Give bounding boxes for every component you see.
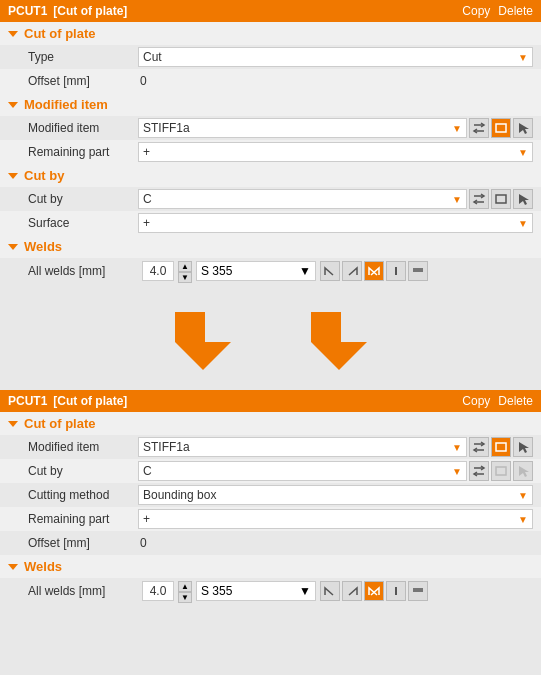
field2-offset-value: 0 bbox=[138, 536, 533, 550]
weld-type-icon1d[interactable] bbox=[386, 261, 406, 281]
remaining-part-select2-arrow: ▼ bbox=[518, 514, 528, 525]
field2-cutting-method-label: Cutting method bbox=[28, 488, 138, 502]
section-welds1-title-row[interactable]: Welds bbox=[0, 235, 541, 258]
field-surface-label: Surface bbox=[28, 216, 138, 230]
modified-item-select[interactable]: STIFF1a ▼ bbox=[138, 118, 467, 138]
field-cut-by: Cut by C ▼ bbox=[0, 187, 541, 211]
panel2-subtitle: [Cut of plate] bbox=[53, 394, 127, 408]
weld-type-icon2d[interactable] bbox=[386, 581, 406, 601]
panel1-copy-button[interactable]: Copy bbox=[462, 4, 490, 18]
surface-select[interactable]: + ▼ bbox=[138, 213, 533, 233]
weld-row1: All welds [mm] 4.0 ▲ ▼ S 355 ▼ bbox=[0, 258, 541, 284]
field-cut-by-label: Cut by bbox=[28, 192, 138, 206]
weld-spinner2[interactable]: ▲ ▼ bbox=[178, 581, 192, 601]
cut-by2-icon2[interactable] bbox=[491, 461, 511, 481]
field2-cutting-method: Cutting method Bounding box ▼ bbox=[0, 483, 541, 507]
field2-remaining-part-label: Remaining part bbox=[28, 512, 138, 526]
weld-icons1 bbox=[320, 261, 428, 281]
cutting-method-select-arrow: ▼ bbox=[518, 490, 528, 501]
type-select-value: Cut bbox=[143, 50, 162, 64]
cut-by-icon1[interactable] bbox=[469, 189, 489, 209]
collapse-triangle-2 bbox=[8, 102, 18, 108]
section-cut-by-title-row[interactable]: Cut by bbox=[0, 164, 541, 187]
weld-type-icon2a[interactable] bbox=[320, 581, 340, 601]
weld-both-icon bbox=[367, 264, 381, 278]
arrow-left-body bbox=[175, 312, 205, 342]
modified-item-icon1[interactable] bbox=[469, 118, 489, 138]
cut-by2-icon3[interactable] bbox=[513, 461, 533, 481]
remaining-part-select2[interactable]: + ▼ bbox=[138, 509, 533, 529]
remaining-part-select[interactable]: + ▼ bbox=[138, 142, 533, 162]
weld-both2-icon bbox=[367, 584, 381, 598]
field-cut-by-value: C ▼ bbox=[138, 189, 533, 209]
weld-spinner1-down[interactable]: ▼ bbox=[178, 272, 192, 283]
collapse-triangle-1 bbox=[8, 31, 18, 37]
weld-single2-icon bbox=[389, 584, 403, 598]
cut-by-select[interactable]: C ▼ bbox=[138, 189, 467, 209]
section-welds2-title: Welds bbox=[24, 559, 62, 574]
weld-spinner2-down[interactable]: ▼ bbox=[178, 592, 192, 603]
field2-remaining-part-value: + ▼ bbox=[138, 509, 533, 529]
section-welds1: Welds All welds [mm] 4.0 ▲ ▼ S 355 ▼ bbox=[0, 235, 541, 284]
modified-item-select2-value: STIFF1a bbox=[143, 440, 190, 454]
weld-type-icon1a[interactable] bbox=[320, 261, 340, 281]
field2-cut-by: Cut by C ▼ bbox=[0, 459, 541, 483]
panel2-delete-button[interactable]: Delete bbox=[498, 394, 533, 408]
modified-item-icon2[interactable] bbox=[491, 118, 511, 138]
field2-offset: Offset [mm] 0 bbox=[0, 531, 541, 555]
cutting-method-select[interactable]: Bounding box ▼ bbox=[138, 485, 533, 505]
arrows-section bbox=[0, 292, 541, 390]
weld-type-icon1b[interactable] bbox=[342, 261, 362, 281]
panel1-subtitle: [Cut of plate] bbox=[53, 4, 127, 18]
weld-type-icon2c[interactable] bbox=[364, 581, 384, 601]
panel1-delete-button[interactable]: Delete bbox=[498, 4, 533, 18]
section-modified-item-title-row[interactable]: Modified item bbox=[0, 93, 541, 116]
modified-item2-icon3[interactable] bbox=[513, 437, 533, 457]
weld-spinner1[interactable]: ▲ ▼ bbox=[178, 261, 192, 281]
weld-row2: All welds [mm] 4.0 ▲ ▼ S 355 ▼ bbox=[0, 578, 541, 604]
section-cut-of-plate2: Cut of plate Modified item STIFF1a ▼ bbox=[0, 412, 541, 555]
weld-material-select2[interactable]: S 355 ▼ bbox=[196, 581, 316, 601]
weld-material-select1[interactable]: S 355 ▼ bbox=[196, 261, 316, 281]
field2-modified-item-label: Modified item bbox=[28, 440, 138, 454]
arrow-left bbox=[175, 312, 231, 370]
field-offset: Offset [mm] 0 bbox=[0, 69, 541, 93]
weld-spinner1-up[interactable]: ▲ bbox=[178, 261, 192, 272]
section-cut-of-plate-title-row[interactable]: Cut of plate bbox=[0, 22, 541, 45]
modified-item-icon3[interactable] bbox=[513, 118, 533, 138]
cut-by2-icon1[interactable] bbox=[469, 461, 489, 481]
section-welds1-title: Welds bbox=[24, 239, 62, 254]
modified-item2-icon2[interactable] bbox=[491, 437, 511, 457]
section-cut-of-plate2-title-row[interactable]: Cut of plate bbox=[0, 412, 541, 435]
weld-type-icon2e[interactable] bbox=[408, 581, 428, 601]
cut-by-icon2[interactable] bbox=[491, 189, 511, 209]
cursor-icon2 bbox=[516, 192, 530, 206]
modified-item-select2[interactable]: STIFF1a ▼ bbox=[138, 437, 467, 457]
weld-number2: 4.0 bbox=[150, 584, 167, 598]
weld-spinner2-up[interactable]: ▲ bbox=[178, 581, 192, 592]
section-welds2: Welds All welds [mm] 4.0 ▲ ▼ S 355 ▼ bbox=[0, 555, 541, 604]
weld-material-arrow2: ▼ bbox=[299, 584, 311, 598]
section-cut-of-plate: Cut of plate Type Cut ▼ Offset [mm] 0 bbox=[0, 22, 541, 93]
weld-value1: 4.0 bbox=[142, 261, 174, 281]
surface-select-value: + bbox=[143, 216, 150, 230]
cut-by-select2[interactable]: C ▼ bbox=[138, 461, 467, 481]
weld-type-icon2b[interactable] bbox=[342, 581, 362, 601]
cut-by-icon3[interactable] bbox=[513, 189, 533, 209]
section-welds2-title-row[interactable]: Welds bbox=[0, 555, 541, 578]
section-cut-by-title: Cut by bbox=[24, 168, 64, 183]
section-cut-of-plate2-title: Cut of plate bbox=[24, 416, 96, 431]
field-remaining-part-value: + ▼ bbox=[138, 142, 533, 162]
panel1-header-left: PCUT1 [Cut of plate] bbox=[8, 4, 127, 18]
panel2-copy-button[interactable]: Copy bbox=[462, 394, 490, 408]
weld-type-icon1e[interactable] bbox=[408, 261, 428, 281]
remaining-part-select2-value: + bbox=[143, 512, 150, 526]
weld-type-icon1c[interactable] bbox=[364, 261, 384, 281]
modified-item2-icon1[interactable] bbox=[469, 437, 489, 457]
remaining-part-select-value: + bbox=[143, 145, 150, 159]
type-select[interactable]: Cut ▼ bbox=[138, 47, 533, 67]
swap-icon bbox=[472, 121, 486, 135]
weld-fillet4-icon bbox=[345, 584, 359, 598]
box-icon2 bbox=[494, 192, 508, 206]
box-icon4 bbox=[494, 464, 508, 478]
